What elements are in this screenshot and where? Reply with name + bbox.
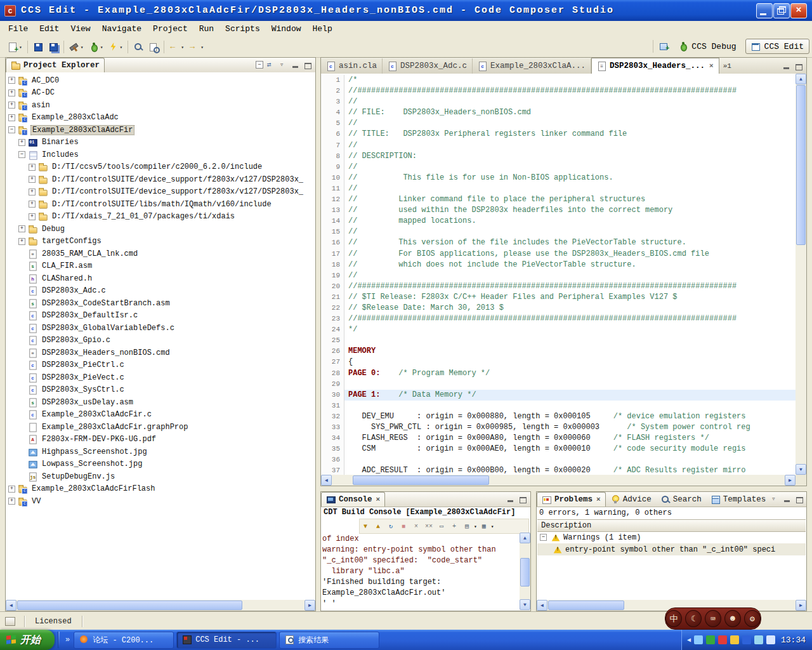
minimize-view-icon[interactable] bbox=[291, 60, 301, 70]
editor-tab[interactable]: Example_2803xClaA... bbox=[473, 58, 591, 74]
menu-view[interactable]: View bbox=[65, 22, 96, 37]
scroll-thumb[interactable] bbox=[796, 85, 806, 245]
menu-help[interactable]: Help bbox=[307, 22, 338, 37]
tray-icon[interactable] bbox=[718, 635, 727, 644]
tab-advice[interactable]: Advice bbox=[606, 493, 656, 507]
scroll-to-bottom-icon[interactable]: ▼ bbox=[360, 521, 371, 532]
tree-item[interactable]: DSP2803x_PieCtrl.c bbox=[6, 359, 315, 372]
display-selected-console-icon[interactable]: ▤ bbox=[461, 521, 473, 532]
project-tree[interactable]: +CAC_DC0+CAC-DC+Casin+CExample_2803xClaA… bbox=[6, 72, 315, 600]
save-all-button[interactable] bbox=[46, 38, 61, 56]
expand-twistie-icon[interactable]: + bbox=[18, 225, 25, 232]
debug-button[interactable]: ▾ bbox=[86, 38, 106, 56]
tree-item[interactable]: CLA_FIR.asm bbox=[6, 260, 315, 273]
tree-item[interactable]: +CVV bbox=[6, 495, 315, 508]
minimize-button[interactable] bbox=[756, 3, 773, 18]
collapse-twistie-icon[interactable]: − bbox=[540, 534, 547, 541]
expand-twistie-icon[interactable]: + bbox=[8, 498, 15, 505]
tree-item[interactable]: +targetConfigs bbox=[6, 235, 315, 248]
scroll-left-arrow[interactable]: ◀ bbox=[6, 600, 16, 611]
maximize-editor-icon[interactable] bbox=[794, 62, 804, 72]
new-button[interactable]: ▾ bbox=[5, 38, 25, 56]
new-dropdown-arrow[interactable]: ▾ bbox=[19, 44, 22, 50]
editor-tab[interactable]: DSP2803x_Adc.c bbox=[383, 58, 473, 74]
scroll-thumb[interactable] bbox=[548, 600, 624, 610]
console-output[interactable]: of indexwarning: entry-point symbol othe… bbox=[322, 534, 520, 609]
tree-item[interactable]: DSP2803x_DefaultIsr.c bbox=[6, 310, 315, 322]
open-element-button[interactable] bbox=[146, 38, 161, 56]
editor-vertical-scrollbar[interactable]: ▲ ▼ bbox=[796, 74, 806, 475]
expand-twistie-icon[interactable]: + bbox=[8, 90, 15, 96]
clock[interactable]: 13:34 bbox=[781, 635, 806, 645]
expand-twistie-icon[interactable]: + bbox=[29, 176, 36, 183]
pin-console-icon[interactable]: + bbox=[449, 521, 460, 532]
taskbar-item[interactable]: 论坛 - C200... bbox=[74, 632, 174, 649]
tree-item[interactable]: +CAC-DC bbox=[6, 87, 315, 100]
tree-item[interactable]: +D:/TI/ccsv5/tools/compiler/c2000_6.2.0/… bbox=[6, 161, 315, 174]
tab-templates[interactable]: Templates bbox=[706, 493, 771, 507]
tray-icon[interactable] bbox=[730, 635, 739, 644]
tree-item[interactable]: DSP2803x_SysCtrl.c bbox=[6, 384, 315, 397]
flash-button[interactable]: ▾ bbox=[105, 38, 125, 56]
link-with-editor-icon[interactable] bbox=[266, 60, 277, 70]
close-tab-icon[interactable]: × bbox=[596, 496, 601, 503]
tree-item[interactable]: DSP2803x_Gpio.c bbox=[6, 335, 315, 347]
forward-button[interactable]: ▾ bbox=[187, 38, 206, 56]
build-dropdown-arrow[interactable]: ▾ bbox=[81, 44, 84, 50]
tab-search[interactable]: Search bbox=[656, 493, 706, 507]
remove-launch-icon[interactable]: × bbox=[410, 521, 422, 532]
scroll-thumb[interactable] bbox=[17, 600, 242, 610]
collapse-twistie-icon[interactable]: − bbox=[8, 126, 15, 133]
problems-row[interactable]: entry-point symbol other than "_c_int00"… bbox=[537, 543, 806, 555]
console-vertical-scrollbar[interactable]: ▲ ▼ bbox=[520, 533, 530, 610]
tab-problems[interactable]: Problems× bbox=[537, 492, 606, 507]
description-column-header[interactable]: Description bbox=[537, 519, 806, 532]
scroll-thumb[interactable] bbox=[353, 475, 489, 485]
scroll-down-arrow[interactable]: ▼ bbox=[796, 464, 806, 475]
perspective-ccs-edit[interactable]: CCS Edit bbox=[745, 39, 809, 54]
expand-twistie-icon[interactable]: + bbox=[18, 238, 25, 245]
tree-item[interactable]: +D:/TI/controlSUITE/device_support/f2803… bbox=[6, 173, 315, 186]
minimize-view-icon[interactable] bbox=[782, 494, 792, 505]
tree-item[interactable]: −CExample_2803xClaAdcFir bbox=[6, 124, 315, 136]
terminate-icon[interactable]: ■ bbox=[398, 521, 409, 532]
expand-twistie-icon[interactable]: + bbox=[8, 486, 15, 493]
tray-icon[interactable] bbox=[694, 635, 703, 644]
tab-console[interactable]: Console × bbox=[321, 492, 385, 507]
tree-item[interactable]: +CAC_DC0 bbox=[6, 74, 315, 87]
show-console-when-changed-icon[interactable]: ↻ bbox=[385, 521, 396, 532]
tree-item[interactable]: +D:/TI/controlSUITE/libs/math/IQmath/v16… bbox=[6, 198, 315, 211]
clear-console-icon[interactable]: ▭ bbox=[436, 521, 447, 532]
tree-item[interactable]: DSP2803x_GlobalVariableDefs.c bbox=[6, 322, 315, 335]
editor-tab[interactable]: DSP2803x_Headers_...× bbox=[591, 58, 719, 74]
view-menu-icon[interactable] bbox=[278, 60, 289, 70]
ime-keyboard-button[interactable]: ⌨ bbox=[705, 610, 721, 627]
tree-item[interactable]: +D:/TI/controlSUITE/device_support/f2803… bbox=[6, 186, 315, 199]
restore-button[interactable] bbox=[773, 3, 790, 18]
ime-user-button[interactable]: ☻ bbox=[724, 610, 741, 627]
expand-twistie-icon[interactable]: + bbox=[8, 114, 15, 121]
expand-twistie-icon[interactable]: + bbox=[29, 213, 36, 220]
expand-twistie-icon[interactable]: + bbox=[29, 189, 36, 196]
expand-twistie-icon[interactable]: + bbox=[8, 77, 15, 84]
scroll-right-arrow[interactable]: ▶ bbox=[796, 600, 806, 611]
code-editor[interactable]: 1/*2//##################################… bbox=[321, 74, 796, 475]
tab-overflow-indicator[interactable]: »1 bbox=[723, 62, 731, 70]
scroll-down-arrow[interactable]: ▼ bbox=[520, 599, 530, 610]
search-button[interactable] bbox=[131, 38, 146, 56]
scroll-to-top-icon[interactable]: ▲ bbox=[372, 521, 384, 532]
flash-dropdown-arrow[interactable]: ▾ bbox=[119, 44, 122, 50]
collapse-all-icon[interactable] bbox=[254, 60, 265, 70]
minimize-view-icon[interactable] bbox=[506, 494, 516, 505]
menu-window[interactable]: Window bbox=[266, 22, 307, 37]
tray-icon[interactable] bbox=[766, 635, 775, 644]
save-button[interactable] bbox=[30, 38, 46, 56]
back-dropdown-arrow[interactable]: ▾ bbox=[181, 44, 184, 50]
hide-icons-chevron-icon[interactable]: ◀ bbox=[687, 636, 691, 644]
maximize-view-icon[interactable] bbox=[518, 494, 528, 505]
build-button[interactable]: ▾ bbox=[67, 38, 86, 56]
taskbar-item[interactable]: CCS Edit - ... bbox=[176, 632, 277, 649]
menu-run[interactable]: Run bbox=[193, 22, 219, 37]
pe-horizontal-scrollbar[interactable]: ◀ ▶ bbox=[6, 600, 315, 611]
tree-item[interactable]: DSP2803x_CodeStartBranch.asm bbox=[6, 297, 315, 310]
